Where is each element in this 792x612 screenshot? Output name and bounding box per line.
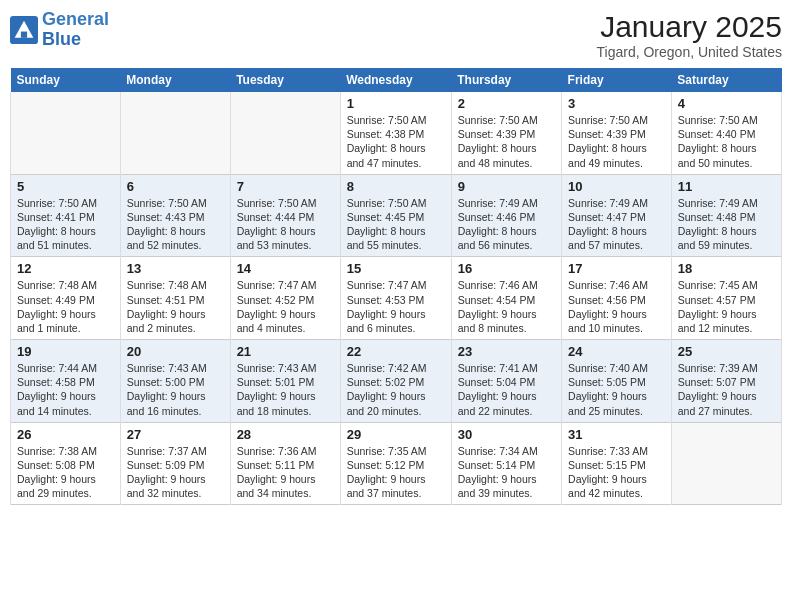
calendar-table: SundayMondayTuesdayWednesdayThursdayFrid… [10, 68, 782, 505]
calendar-cell: 13Sunrise: 7:48 AM Sunset: 4:51 PM Dayli… [120, 257, 230, 340]
day-number: 24 [568, 344, 665, 359]
calendar-cell: 12Sunrise: 7:48 AM Sunset: 4:49 PM Dayli… [11, 257, 121, 340]
calendar-cell: 10Sunrise: 7:49 AM Sunset: 4:47 PM Dayli… [562, 174, 672, 257]
day-info: Sunrise: 7:48 AM Sunset: 4:51 PM Dayligh… [127, 278, 224, 335]
calendar-cell: 7Sunrise: 7:50 AM Sunset: 4:44 PM Daylig… [230, 174, 340, 257]
calendar-cell: 11Sunrise: 7:49 AM Sunset: 4:48 PM Dayli… [671, 174, 781, 257]
day-number: 30 [458, 427, 555, 442]
calendar-cell: 1Sunrise: 7:50 AM Sunset: 4:38 PM Daylig… [340, 92, 451, 174]
day-info: Sunrise: 7:50 AM Sunset: 4:39 PM Dayligh… [458, 113, 555, 170]
page-header: General Blue January 2025 Tigard, Oregon… [10, 10, 782, 60]
day-number: 13 [127, 261, 224, 276]
day-number: 11 [678, 179, 775, 194]
day-info: Sunrise: 7:38 AM Sunset: 5:08 PM Dayligh… [17, 444, 114, 501]
day-info: Sunrise: 7:50 AM Sunset: 4:40 PM Dayligh… [678, 113, 775, 170]
logo-text: General Blue [42, 10, 109, 50]
day-number: 9 [458, 179, 555, 194]
calendar-cell [671, 422, 781, 505]
weekday-header-row: SundayMondayTuesdayWednesdayThursdayFrid… [11, 68, 782, 92]
calendar-cell: 8Sunrise: 7:50 AM Sunset: 4:45 PM Daylig… [340, 174, 451, 257]
day-info: Sunrise: 7:50 AM Sunset: 4:44 PM Dayligh… [237, 196, 334, 253]
day-number: 23 [458, 344, 555, 359]
day-info: Sunrise: 7:42 AM Sunset: 5:02 PM Dayligh… [347, 361, 445, 418]
day-info: Sunrise: 7:50 AM Sunset: 4:43 PM Dayligh… [127, 196, 224, 253]
calendar-cell: 23Sunrise: 7:41 AM Sunset: 5:04 PM Dayli… [451, 340, 561, 423]
calendar-cell: 30Sunrise: 7:34 AM Sunset: 5:14 PM Dayli… [451, 422, 561, 505]
calendar-cell: 19Sunrise: 7:44 AM Sunset: 4:58 PM Dayli… [11, 340, 121, 423]
calendar-cell: 24Sunrise: 7:40 AM Sunset: 5:05 PM Dayli… [562, 340, 672, 423]
day-info: Sunrise: 7:35 AM Sunset: 5:12 PM Dayligh… [347, 444, 445, 501]
day-number: 29 [347, 427, 445, 442]
day-number: 7 [237, 179, 334, 194]
location-subtitle: Tigard, Oregon, United States [597, 44, 782, 60]
day-number: 15 [347, 261, 445, 276]
day-info: Sunrise: 7:48 AM Sunset: 4:49 PM Dayligh… [17, 278, 114, 335]
calendar-cell: 21Sunrise: 7:43 AM Sunset: 5:01 PM Dayli… [230, 340, 340, 423]
day-number: 12 [17, 261, 114, 276]
calendar-cell: 15Sunrise: 7:47 AM Sunset: 4:53 PM Dayli… [340, 257, 451, 340]
day-info: Sunrise: 7:47 AM Sunset: 4:53 PM Dayligh… [347, 278, 445, 335]
day-number: 16 [458, 261, 555, 276]
calendar-cell: 9Sunrise: 7:49 AM Sunset: 4:46 PM Daylig… [451, 174, 561, 257]
day-number: 10 [568, 179, 665, 194]
logo-line1: General [42, 9, 109, 29]
day-number: 6 [127, 179, 224, 194]
day-number: 5 [17, 179, 114, 194]
day-info: Sunrise: 7:50 AM Sunset: 4:41 PM Dayligh… [17, 196, 114, 253]
logo-icon [10, 16, 38, 44]
calendar-cell: 27Sunrise: 7:37 AM Sunset: 5:09 PM Dayli… [120, 422, 230, 505]
weekday-header-saturday: Saturday [671, 68, 781, 92]
logo: General Blue [10, 10, 109, 50]
day-number: 21 [237, 344, 334, 359]
weekday-header-tuesday: Tuesday [230, 68, 340, 92]
day-number: 18 [678, 261, 775, 276]
day-info: Sunrise: 7:33 AM Sunset: 5:15 PM Dayligh… [568, 444, 665, 501]
calendar-cell: 29Sunrise: 7:35 AM Sunset: 5:12 PM Dayli… [340, 422, 451, 505]
calendar-week-row: 1Sunrise: 7:50 AM Sunset: 4:38 PM Daylig… [11, 92, 782, 174]
weekday-header-friday: Friday [562, 68, 672, 92]
calendar-header: SundayMondayTuesdayWednesdayThursdayFrid… [11, 68, 782, 92]
weekday-header-wednesday: Wednesday [340, 68, 451, 92]
day-info: Sunrise: 7:34 AM Sunset: 5:14 PM Dayligh… [458, 444, 555, 501]
day-info: Sunrise: 7:43 AM Sunset: 5:00 PM Dayligh… [127, 361, 224, 418]
calendar-week-row: 26Sunrise: 7:38 AM Sunset: 5:08 PM Dayli… [11, 422, 782, 505]
calendar-cell: 2Sunrise: 7:50 AM Sunset: 4:39 PM Daylig… [451, 92, 561, 174]
calendar-cell: 26Sunrise: 7:38 AM Sunset: 5:08 PM Dayli… [11, 422, 121, 505]
calendar-cell: 3Sunrise: 7:50 AM Sunset: 4:39 PM Daylig… [562, 92, 672, 174]
day-info: Sunrise: 7:50 AM Sunset: 4:38 PM Dayligh… [347, 113, 445, 170]
calendar-cell [11, 92, 121, 174]
svg-rect-2 [21, 31, 27, 37]
calendar-cell: 17Sunrise: 7:46 AM Sunset: 4:56 PM Dayli… [562, 257, 672, 340]
day-number: 22 [347, 344, 445, 359]
calendar-cell: 18Sunrise: 7:45 AM Sunset: 4:57 PM Dayli… [671, 257, 781, 340]
calendar-cell [120, 92, 230, 174]
calendar-cell: 16Sunrise: 7:46 AM Sunset: 4:54 PM Dayli… [451, 257, 561, 340]
day-number: 26 [17, 427, 114, 442]
day-number: 27 [127, 427, 224, 442]
calendar-cell: 20Sunrise: 7:43 AM Sunset: 5:00 PM Dayli… [120, 340, 230, 423]
day-info: Sunrise: 7:47 AM Sunset: 4:52 PM Dayligh… [237, 278, 334, 335]
day-number: 31 [568, 427, 665, 442]
day-info: Sunrise: 7:46 AM Sunset: 4:54 PM Dayligh… [458, 278, 555, 335]
calendar-cell: 28Sunrise: 7:36 AM Sunset: 5:11 PM Dayli… [230, 422, 340, 505]
weekday-header-monday: Monday [120, 68, 230, 92]
day-number: 1 [347, 96, 445, 111]
title-block: January 2025 Tigard, Oregon, United Stat… [597, 10, 782, 60]
calendar-cell: 31Sunrise: 7:33 AM Sunset: 5:15 PM Dayli… [562, 422, 672, 505]
day-info: Sunrise: 7:44 AM Sunset: 4:58 PM Dayligh… [17, 361, 114, 418]
day-info: Sunrise: 7:49 AM Sunset: 4:48 PM Dayligh… [678, 196, 775, 253]
day-info: Sunrise: 7:37 AM Sunset: 5:09 PM Dayligh… [127, 444, 224, 501]
day-info: Sunrise: 7:36 AM Sunset: 5:11 PM Dayligh… [237, 444, 334, 501]
weekday-header-sunday: Sunday [11, 68, 121, 92]
logo-line2: Blue [42, 29, 81, 49]
calendar-week-row: 12Sunrise: 7:48 AM Sunset: 4:49 PM Dayli… [11, 257, 782, 340]
calendar-week-row: 19Sunrise: 7:44 AM Sunset: 4:58 PM Dayli… [11, 340, 782, 423]
day-number: 3 [568, 96, 665, 111]
day-info: Sunrise: 7:46 AM Sunset: 4:56 PM Dayligh… [568, 278, 665, 335]
day-number: 2 [458, 96, 555, 111]
day-info: Sunrise: 7:40 AM Sunset: 5:05 PM Dayligh… [568, 361, 665, 418]
day-info: Sunrise: 7:50 AM Sunset: 4:45 PM Dayligh… [347, 196, 445, 253]
day-info: Sunrise: 7:50 AM Sunset: 4:39 PM Dayligh… [568, 113, 665, 170]
day-number: 20 [127, 344, 224, 359]
calendar-cell: 14Sunrise: 7:47 AM Sunset: 4:52 PM Dayli… [230, 257, 340, 340]
